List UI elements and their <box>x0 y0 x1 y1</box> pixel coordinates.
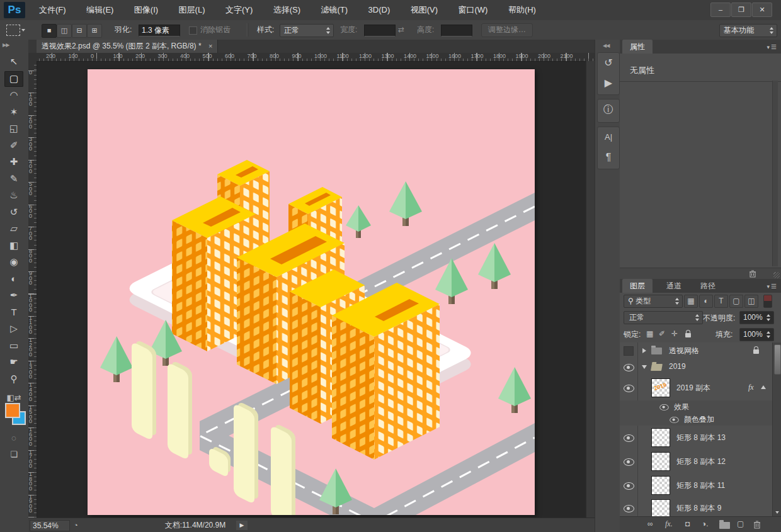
path-selection-tool[interactable]: ▷ <box>4 321 23 337</box>
quick-mask-button[interactable]: ◌ <box>4 431 23 445</box>
zoom-tool[interactable]: ⚲ <box>4 371 23 387</box>
pen-tool[interactable]: ✒ <box>4 288 23 303</box>
tab-channels[interactable]: 通道 <box>659 279 689 293</box>
screen-mode-button[interactable]: ❏ <box>4 448 23 461</box>
group-collapse-icon[interactable] <box>642 365 647 369</box>
delete-layer-icon[interactable] <box>753 521 761 529</box>
tab-close-icon[interactable]: × <box>208 42 212 50</box>
visibility-toggle[interactable] <box>620 497 638 516</box>
menu-3d[interactable]: 3D(D) <box>368 0 390 20</box>
filter-toggle-switch[interactable] <box>763 295 772 308</box>
gradient-tool[interactable]: ◧ <box>4 238 23 254</box>
visibility-toggle[interactable] <box>620 473 638 497</box>
menu-filter[interactable]: 滤镜(T) <box>321 0 348 20</box>
vertical-scrollbar[interactable] <box>586 61 595 518</box>
tool-preset-icon[interactable] <box>6 25 20 36</box>
eye-icon[interactable] <box>624 385 634 392</box>
filter-pixel-icon[interactable]: ▦ <box>684 295 698 308</box>
subtract-selection-button[interactable]: ⊟ <box>72 24 87 38</box>
menu-select[interactable]: 选择(S) <box>273 0 300 20</box>
height-input[interactable] <box>441 25 472 37</box>
spot-healing-brush-tool[interactable]: ✚ <box>4 154 23 170</box>
intersect-selection-button[interactable]: ⊞ <box>87 24 102 38</box>
lock-position-icon[interactable]: ✛ <box>671 329 678 338</box>
rectangular-marquee-tool[interactable]: ▢ <box>4 71 23 87</box>
refine-edge-button[interactable]: 调整边缘… <box>481 23 533 37</box>
menu-view[interactable]: 视图(V) <box>411 0 438 20</box>
eyedropper-tool[interactable]: ✐ <box>4 138 23 154</box>
minimize-button[interactable]: – <box>710 3 731 17</box>
delete-icon[interactable] <box>749 270 756 278</box>
status-menu-arrow[interactable]: ▶ <box>236 521 248 530</box>
add-selection-button[interactable]: ◫ <box>57 24 72 38</box>
layer-row[interactable]: 透视网格 <box>620 342 781 359</box>
feather-input[interactable]: 1.3 像素 <box>139 25 180 37</box>
status-badge-icon[interactable]: ◔ <box>74 518 78 532</box>
close-button[interactable]: ✕ <box>752 3 772 17</box>
crop-tool[interactable]: ◱ <box>4 121 23 137</box>
lock-all-icon[interactable] <box>685 333 691 337</box>
character-panel-icon[interactable]: A| <box>598 127 619 147</box>
filter-shape-icon[interactable]: ▢ <box>729 295 743 308</box>
properties-scrollbar[interactable] <box>772 81 778 266</box>
adjustment-layer-icon[interactable]: ◑. <box>702 519 709 528</box>
hand-tool[interactable]: ☛ <box>4 354 23 370</box>
tab-properties[interactable]: 属性 <box>622 40 653 54</box>
group-expand-icon[interactable] <box>642 348 646 353</box>
scrollbar-down-icon[interactable] <box>775 511 779 514</box>
fx-badge[interactable]: fx <box>748 383 754 392</box>
history-panel-icon[interactable]: ↺ <box>598 53 619 73</box>
lock-transparency-icon[interactable]: ▦ <box>646 329 653 338</box>
dodge-tool[interactable]: ◐ <box>4 271 23 287</box>
menu-file[interactable]: 文件(F) <box>39 0 66 20</box>
blend-mode-dropdown[interactable]: 正常 <box>624 311 703 324</box>
layer-row[interactable]: 矩形 8 副本 11 <box>620 473 781 498</box>
visibility-toggle[interactable] <box>620 342 638 359</box>
layer-thumbnail[interactable] <box>651 452 670 471</box>
new-group-icon[interactable] <box>719 522 730 529</box>
eye-icon[interactable] <box>624 434 634 442</box>
resize-grip[interactable] <box>773 272 780 278</box>
expand-panels-icon[interactable]: ◀◀ <box>603 43 609 48</box>
info-panel-icon[interactable]: ⓘ <box>598 99 619 120</box>
antialias-checkbox[interactable] <box>189 26 197 35</box>
layer-thumbnail[interactable]: 2019 <box>651 378 670 397</box>
eye-icon[interactable] <box>624 505 634 512</box>
magic-wand-tool[interactable]: ✶ <box>4 105 23 120</box>
lasso-tool[interactable]: ◠ <box>4 88 23 103</box>
style-dropdown[interactable]: 正常 <box>280 24 334 37</box>
history-brush-tool[interactable]: ↺ <box>4 205 23 220</box>
eye-icon[interactable] <box>624 364 634 371</box>
move-tool[interactable]: ↖ <box>4 54 23 70</box>
layer-thumbnail[interactable] <box>651 499 670 516</box>
collapse-tools-icon[interactable]: ▶▶ <box>3 42 9 48</box>
scrollbar-thumb[interactable] <box>774 344 781 375</box>
filter-adjustment-icon[interactable]: ◐ <box>699 295 713 308</box>
link-layers-icon[interactable]: ∞ <box>647 519 653 528</box>
actions-panel-icon[interactable]: ▶ <box>598 73 619 93</box>
rectangle-tool[interactable]: ▭ <box>4 338 23 354</box>
menu-edit[interactable]: 编辑(E) <box>86 0 113 20</box>
menu-image[interactable]: 图像(I) <box>134 0 158 20</box>
type-tool[interactable]: T <box>4 305 23 320</box>
eye-icon[interactable] <box>659 404 668 410</box>
layers-scrollbar[interactable] <box>772 342 781 516</box>
lock-pixels-icon[interactable]: ✐ <box>659 329 665 338</box>
fill-input[interactable]: 100% <box>739 328 774 341</box>
visibility-toggle[interactable] <box>620 426 638 450</box>
document-tab[interactable]: 透视效果2.psd @ 35.5% (图层 2 副本, RGB/8) * × <box>37 40 218 53</box>
width-input[interactable] <box>364 25 396 37</box>
layer-thumbnail[interactable] <box>651 428 670 447</box>
layer-thumbnail[interactable] <box>651 476 670 495</box>
menu-help[interactable]: 帮助(H) <box>508 0 536 20</box>
tab-layers[interactable]: 图层 <box>622 279 653 293</box>
eraser-tool[interactable]: ▱ <box>4 221 23 237</box>
foreground-color-swatch[interactable] <box>5 403 20 418</box>
menu-window[interactable]: 窗口(W) <box>459 0 488 20</box>
fx-header-row[interactable]: 效果 <box>620 400 781 414</box>
eye-icon[interactable] <box>624 458 634 466</box>
new-layer-icon[interactable]: ▢ <box>737 519 744 528</box>
add-mask-icon[interactable]: ◘ <box>685 519 690 528</box>
filter-type-dropdown[interactable]: ⚲ 类型 <box>624 295 683 308</box>
workspace-dropdown[interactable]: 基本功能 <box>719 24 777 37</box>
